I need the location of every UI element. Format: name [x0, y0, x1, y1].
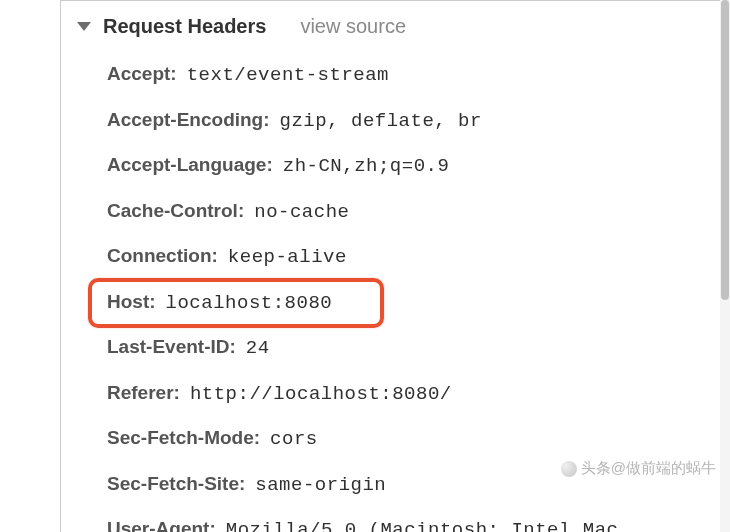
watermark: 头条@做前端的蜗牛	[561, 459, 716, 478]
scrollbar-thumb[interactable]	[721, 0, 729, 300]
header-value: 24	[246, 334, 270, 363]
header-name: Accept-Encoding:	[107, 106, 270, 135]
header-name: User-Agent:	[107, 515, 216, 532]
header-row-accept-encoding: Accept-Encoding: gzip, deflate, br	[101, 98, 730, 144]
header-row-sec-fetch-mode: Sec-Fetch-Mode: cors	[101, 416, 730, 462]
header-name: Host:	[107, 288, 156, 317]
header-value: Mozilla/5.0 (Macintosh; Intel Mac	[226, 516, 619, 532]
header-value: gzip, deflate, br	[280, 107, 482, 136]
header-row-user-agent: User-Agent: Mozilla/5.0 (Macintosh; Inte…	[101, 507, 730, 532]
header-name: Cache-Control:	[107, 197, 244, 226]
watermark-icon	[561, 461, 577, 477]
header-row-accept: Accept: text/event-stream	[101, 52, 730, 98]
header-row-cache-control: Cache-Control: no-cache	[101, 189, 730, 235]
header-name: Last-Event-ID:	[107, 333, 236, 362]
section-title: Request Headers	[103, 15, 266, 38]
header-value: zh-CN,zh;q=0.9	[283, 152, 450, 181]
header-name: Connection:	[107, 242, 218, 271]
header-name: Sec-Fetch-Mode:	[107, 424, 260, 453]
header-value: cors	[270, 425, 318, 454]
header-name: Accept-Language:	[107, 151, 273, 180]
header-row-referer: Referer: http://localhost:8080/	[101, 371, 730, 417]
headers-panel: Request Headers view source Accept: text…	[60, 0, 730, 532]
view-source-link[interactable]: view source	[300, 15, 406, 38]
header-row-connection: Connection: keep-alive	[101, 234, 730, 280]
header-row-last-event-id: Last-Event-ID: 24	[101, 325, 730, 371]
header-value: no-cache	[254, 198, 349, 227]
section-header[interactable]: Request Headers view source	[61, 9, 730, 44]
header-value: localhost:8080	[166, 289, 333, 318]
header-name: Accept:	[107, 60, 177, 89]
header-name: Referer:	[107, 379, 180, 408]
header-value: same-origin	[255, 471, 386, 500]
watermark-text: 头条@做前端的蜗牛	[581, 459, 716, 478]
header-value: text/event-stream	[187, 61, 389, 90]
header-row-host: Host: localhost:8080	[101, 280, 730, 326]
disclosure-triangle-icon[interactable]	[77, 22, 91, 31]
header-row-accept-language: Accept-Language: zh-CN,zh;q=0.9	[101, 143, 730, 189]
header-value: http://localhost:8080/	[190, 380, 452, 409]
header-name: Sec-Fetch-Site:	[107, 470, 245, 499]
header-value: keep-alive	[228, 243, 347, 272]
scrollbar-track[interactable]	[720, 0, 730, 532]
